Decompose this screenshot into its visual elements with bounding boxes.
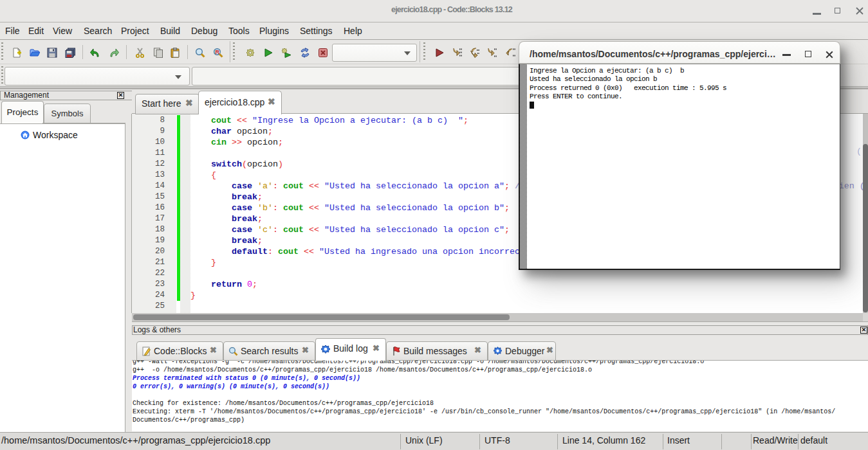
svg-text:R: R <box>216 49 220 55</box>
